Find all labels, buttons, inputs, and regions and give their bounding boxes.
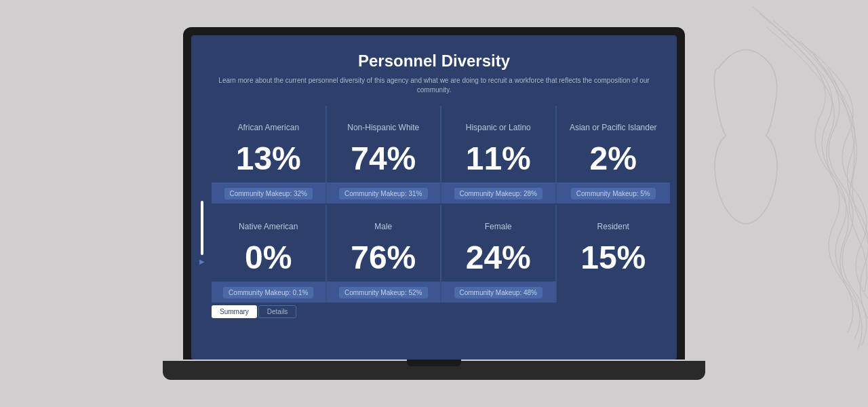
stat-value-asian-pacific: 2%	[568, 141, 660, 177]
scroll-arrow-icon: ▶	[199, 258, 205, 265]
stat-card-african-american: African American 13%	[212, 106, 326, 182]
community-badge-asian-pacific: Community Makeup: 5%	[557, 182, 671, 204]
grid-area: African American 13% Non-Hispanic White …	[212, 106, 670, 360]
stat-card-female: Female 24%	[441, 205, 555, 282]
community-badge-native-american: Community Makeup: 0.1%	[212, 282, 326, 303]
stat-value-resident: 15%	[568, 240, 660, 276]
stat-label-female: Female	[452, 217, 545, 237]
scroll-indicator: ▶	[198, 106, 206, 360]
tab-summary[interactable]: Summary	[212, 305, 257, 318]
community-text-native-american: Community Makeup: 0.1%	[223, 287, 313, 298]
laptop-screen: Personnel Diversity Learn more about the…	[191, 35, 677, 360]
laptop-base	[163, 361, 705, 380]
stats-grid-row1: African American 13% Non-Hispanic White …	[212, 106, 670, 182]
community-badge-male: Community Makeup: 52%	[327, 282, 441, 303]
stat-label-resident: Resident	[568, 217, 660, 237]
stat-card-hispanic-latino: Hispanic or Latino 11%	[441, 106, 555, 182]
stat-card-asian-pacific: Asian or Pacific Islander 2%	[557, 106, 671, 182]
community-badge-african-american: Community Makeup: 32%	[212, 182, 326, 204]
community-badge-hispanic-latino: Community Makeup: 28%	[441, 182, 555, 204]
stat-card-resident: Resident 15%	[557, 205, 671, 282]
community-badge-non-hispanic-white: Community Makeup: 31%	[327, 182, 441, 204]
stats-grid-row2: Native American 0% Male 76% Female 24%	[212, 205, 670, 282]
stat-card-non-hispanic-white: Non-Hispanic White 74%	[327, 106, 441, 182]
stat-label-native-american: Native American	[222, 217, 315, 237]
community-row1: Community Makeup: 32% Community Makeup: …	[212, 182, 670, 204]
stat-label-african-american: African American	[222, 118, 315, 138]
community-text-non-hispanic-white: Community Makeup: 31%	[339, 188, 428, 199]
community-text-asian-pacific: Community Makeup: 5%	[571, 188, 656, 199]
stat-value-female: 24%	[452, 240, 545, 276]
community-text-hispanic-latino: Community Makeup: 28%	[454, 188, 543, 199]
community-text-female: Community Makeup: 48%	[454, 287, 543, 298]
stat-label-male: Male	[338, 217, 430, 237]
screen-header: Personnel Diversity Learn more about the…	[191, 35, 677, 106]
community-text-african-american: Community Makeup: 32%	[224, 188, 313, 199]
stat-label-hispanic-latino: Hispanic or Latino	[452, 118, 545, 138]
stat-value-non-hispanic-white: 74%	[338, 141, 430, 177]
stat-card-male: Male 76%	[327, 205, 441, 282]
main-content: ▶ African American 13% Non-Hispanic Whit…	[191, 106, 677, 360]
stat-value-african-american: 13%	[222, 141, 315, 177]
tabs-row: Summary Details	[212, 303, 670, 321]
page-subtitle: Learn more about the current personnel d…	[205, 76, 663, 95]
community-text-male: Community Makeup: 52%	[339, 287, 428, 298]
laptop: Personnel Diversity Learn more about the…	[176, 27, 692, 380]
stat-card-native-american: Native American 0%	[212, 205, 326, 282]
laptop-screen-outer: Personnel Diversity Learn more about the…	[183, 27, 685, 360]
stat-label-non-hispanic-white: Non-Hispanic White	[338, 118, 430, 138]
scroll-bar	[201, 201, 203, 255]
tab-details[interactable]: Details	[258, 305, 297, 318]
page-title: Personnel Diversity	[205, 52, 663, 71]
community-row2: Community Makeup: 0.1% Community Makeup:…	[212, 282, 670, 303]
stat-value-male: 76%	[338, 240, 430, 276]
community-badge-female: Community Makeup: 48%	[441, 282, 555, 303]
laptop-notch	[407, 360, 461, 366]
stat-value-native-american: 0%	[222, 240, 315, 276]
community-badge-resident-empty	[557, 282, 671, 303]
stat-value-hispanic-latino: 11%	[452, 141, 545, 177]
stat-label-asian-pacific: Asian or Pacific Islander	[568, 118, 660, 138]
